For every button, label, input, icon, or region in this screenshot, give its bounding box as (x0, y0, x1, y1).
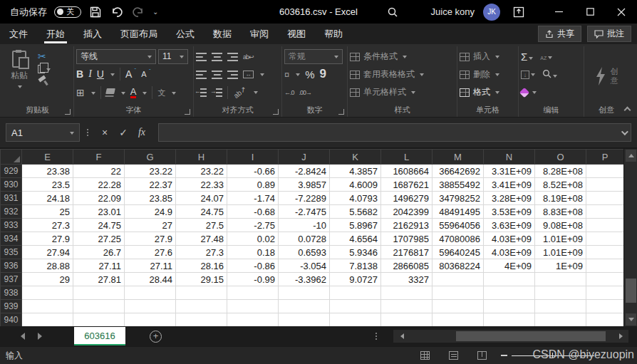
conditional-formatting-button[interactable]: 条件格式 (350, 48, 455, 66)
cell-O938[interactable] (535, 286, 586, 300)
cell-styles-button[interactable]: 单元格样式 (350, 83, 455, 101)
cell-G939[interactable] (125, 300, 176, 313)
avatar[interactable]: JK (483, 4, 500, 21)
cell-H940[interactable] (176, 313, 227, 327)
cell-K938[interactable] (330, 286, 381, 300)
paste-button[interactable]: 粘贴 (6, 48, 32, 105)
cell-K933[interactable]: 5.8967 (330, 219, 381, 232)
creative-button[interactable]: 创意 (586, 46, 626, 105)
cell-O937[interactable] (535, 273, 586, 286)
cell-N930[interactable]: 3.41E+09 (484, 178, 535, 192)
cell-M933[interactable]: 55964056 (433, 219, 484, 232)
autosum-button[interactable]: Σ (521, 51, 533, 63)
cell-J939[interactable] (279, 300, 330, 313)
cell-J937[interactable]: -3.3962 (279, 273, 330, 286)
cell-H937[interactable]: 29.15 (176, 273, 227, 286)
insert-cells-button[interactable]: 插入 (460, 48, 516, 66)
cell-P934[interactable] (586, 232, 624, 246)
cell-F940[interactable] (73, 313, 125, 327)
comments-button[interactable]: 批注 (587, 26, 631, 42)
cell-P933[interactable] (586, 219, 624, 232)
cell-G932[interactable]: 24.9 (125, 205, 176, 219)
format-painter-icon[interactable] (38, 76, 47, 85)
cell-E930[interactable]: 23.5 (22, 178, 73, 192)
underline-button[interactable]: U (97, 68, 104, 80)
align-bottom-button[interactable] (227, 53, 238, 61)
cell-I931[interactable]: -1.74 (227, 192, 279, 205)
cell-F932[interactable]: 23.01 (73, 205, 125, 219)
cell-H936[interactable]: 28.16 (176, 259, 227, 273)
sheet-tab-603616[interactable]: 603616 (74, 327, 125, 345)
cell-H930[interactable]: 22.33 (176, 178, 227, 192)
close-button[interactable] (606, 0, 637, 24)
cell-K932[interactable]: 5.5682 (330, 205, 381, 219)
share-button[interactable]: 共享 (538, 26, 581, 42)
ribbon-display-options-icon[interactable] (512, 5, 526, 19)
cell-M939[interactable] (433, 300, 484, 313)
cell-F939[interactable] (73, 300, 125, 313)
cell-F934[interactable]: 27.25 (73, 232, 125, 246)
cell-J930[interactable]: 3.9857 (279, 178, 330, 192)
cell-I929[interactable]: -0.66 (227, 165, 279, 178)
cell-F936[interactable]: 27.11 (73, 259, 125, 273)
clipboard-dialog-launcher[interactable] (65, 109, 71, 115)
cell-J940[interactable] (279, 313, 330, 327)
normal-view-icon[interactable] (420, 351, 430, 360)
cell-O929[interactable]: 8.28E+08 (535, 165, 586, 178)
grow-font-button[interactable]: Aˆ (125, 68, 132, 80)
cell-K934[interactable]: 4.6564 (330, 232, 381, 246)
format-as-table-button[interactable]: 套用表格格式 (350, 66, 455, 83)
cell-O940[interactable] (535, 313, 586, 327)
scroll-left-icon[interactable] (398, 333, 404, 339)
cell-O935[interactable]: 1.01E+09 (535, 246, 586, 259)
cell-F938[interactable] (73, 286, 125, 300)
cell-O933[interactable]: 9.08E+08 (535, 219, 586, 232)
column-header-M[interactable]: M (433, 150, 484, 165)
cell-L932[interactable]: 2042399 (381, 205, 433, 219)
cell-N935[interactable]: 4.03E+09 (484, 246, 535, 259)
cell-E935[interactable]: 27.94 (22, 246, 73, 259)
tab-home[interactable]: 开始 (37, 24, 74, 44)
cell-G934[interactable]: 27.9 (125, 232, 176, 246)
cell-L934[interactable]: 1707985 (381, 232, 433, 246)
cell-G929[interactable]: 23.22 (125, 165, 176, 178)
tab-data[interactable]: 数据 (204, 24, 241, 44)
row-header-932[interactable]: 932 (1, 205, 22, 219)
cell-N940[interactable] (484, 313, 535, 327)
row-header-929[interactable]: 929 (1, 165, 22, 178)
cell-H929[interactable]: 23.22 (176, 165, 227, 178)
tab-insert[interactable]: 插入 (74, 24, 111, 44)
redo-icon[interactable] (131, 5, 145, 19)
cell-O931[interactable]: 8.19E+08 (535, 192, 586, 205)
cell-M940[interactable] (433, 313, 484, 327)
cell-J931[interactable]: -7.2289 (279, 192, 330, 205)
cell-G933[interactable]: 27 (125, 219, 176, 232)
customize-toolbar-icon[interactable]: ⌄ (152, 8, 158, 16)
cell-L938[interactable] (381, 286, 433, 300)
tab-file[interactable]: 文件 (0, 24, 37, 44)
cell-N934[interactable]: 4.03E+09 (484, 232, 535, 246)
cell-L940[interactable] (381, 313, 433, 327)
cell-M938[interactable] (433, 286, 484, 300)
merge-center-button[interactable]: ↔ (243, 71, 254, 78)
cell-K930[interactable]: 4.6009 (330, 178, 381, 192)
cell-E936[interactable]: 28.88 (22, 259, 73, 273)
cell-K936[interactable]: 7.8138 (330, 259, 381, 273)
cell-K935[interactable]: 5.9346 (330, 246, 381, 259)
copy-icon[interactable] (38, 65, 45, 73)
cell-E932[interactable]: 25 (22, 205, 73, 219)
cell-N938[interactable] (484, 286, 535, 300)
cell-N931[interactable]: 3.28E+09 (484, 192, 535, 205)
prev-sheet-icon[interactable] (17, 333, 25, 340)
cell-G931[interactable]: 23.85 (125, 192, 176, 205)
zoom-out-icon[interactable] (501, 355, 507, 356)
cell-H933[interactable]: 27.5 (176, 219, 227, 232)
page-break-view-icon[interactable] (477, 351, 487, 360)
cell-O934[interactable]: 1.01E+09 (535, 232, 586, 246)
cell-O932[interactable]: 8.83E+08 (535, 205, 586, 219)
cell-G940[interactable] (125, 313, 176, 327)
percent-style-button[interactable]: % (305, 68, 314, 80)
align-top-button[interactable] (196, 53, 207, 61)
scroll-right-icon[interactable] (619, 333, 626, 339)
font-color-button[interactable]: A (130, 87, 137, 98)
